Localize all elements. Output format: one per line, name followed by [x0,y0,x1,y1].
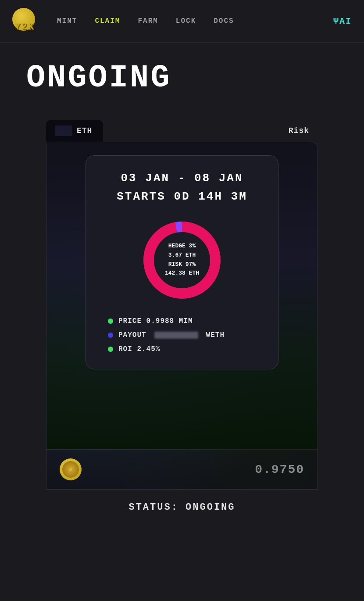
stats-list: PRICE 0.9988 MIM PAYOUT WETH ROI 2.45% [108,317,256,353]
date-range: 03 JAN - 08 JAN [108,172,256,185]
nav-mint[interactable]: MINT [57,17,77,25]
donut-text-line2: 3.67 ETH [165,251,199,260]
stat-price-label: PRICE 0.9988 MIM [118,317,193,325]
tab-eth[interactable]: ETH [46,120,103,142]
logo[interactable]: Y2K [12,8,37,34]
main-card: 03 JAN - 08 JAN STARTS 0D 14H 3M [46,142,318,490]
donut-text-line4: 142.38 ETH [165,269,199,279]
nav-lock[interactable]: LOCK [176,17,196,25]
stat-dot-price [108,318,113,324]
header: Y2K MINT CLAIM FARM LOCK DOCS ΨAI [0,0,364,43]
status-bar: STATUS: ONGOING [46,490,318,522]
page-title: ONGOING [26,60,338,96]
wallet-button[interactable]: ΨAI [333,16,352,26]
stat-payout-label: PAYOUT [118,331,146,339]
tab-risk[interactable]: Risk [280,120,318,142]
donut-text-line3: RISK 97% [165,260,199,269]
lightning-icon: ⚡ [68,464,73,475]
main-content: ONGOING ETH Risk 03 JAN - 08 JAN STARTS … [0,43,364,539]
stat-dot-roi [108,347,113,352]
stat-payout: PAYOUT WETH [108,331,256,339]
tab-risk-label: Risk [289,126,309,135]
donut-chart: HEDGE 3% 3.67 ETH RISK 97% 142.38 ETH [138,216,226,304]
donut-text-line1: HEDGE 3% [165,242,199,251]
donut-container: HEDGE 3% 3.67 ETH RISK 97% 142.38 ETH [108,216,256,304]
stat-payout-value-blurred [154,332,198,339]
coin-icon: ⚡ [60,458,82,480]
card-scene: 03 JAN - 08 JAN STARTS 0D 14H 3M [46,142,318,449]
tab-eth-label: ETH [77,126,92,135]
nav-docs[interactable]: DOCS [214,17,234,25]
coin-inner: ⚡ [62,461,79,478]
tab-color-block [55,125,72,136]
card-wrapper: ETH Risk 03 JAN - 08 JAN STARTS 0D 14H 3… [46,118,318,522]
starts-info: STARTS 0D 14H 3M [108,190,256,203]
main-nav: MINT CLAIM FARM LOCK DOCS [57,17,333,25]
nav-farm[interactable]: FARM [138,17,158,25]
info-box: 03 JAN - 08 JAN STARTS 0D 14H 3M [86,155,278,369]
tab-row: ETH Risk [46,118,318,142]
logo-text: Y2K [14,21,35,32]
stat-roi: ROI 2.45% [108,345,256,353]
stat-roi-label: ROI 2.45% [118,345,160,353]
stat-price: PRICE 0.9988 MIM [108,317,256,325]
nav-claim[interactable]: CLAIM [95,17,120,25]
stat-dot-payout [108,333,113,338]
stat-payout-suffix: WETH [206,331,225,339]
donut-center-text: HEDGE 3% 3.67 ETH RISK 97% 142.38 ETH [165,242,199,278]
